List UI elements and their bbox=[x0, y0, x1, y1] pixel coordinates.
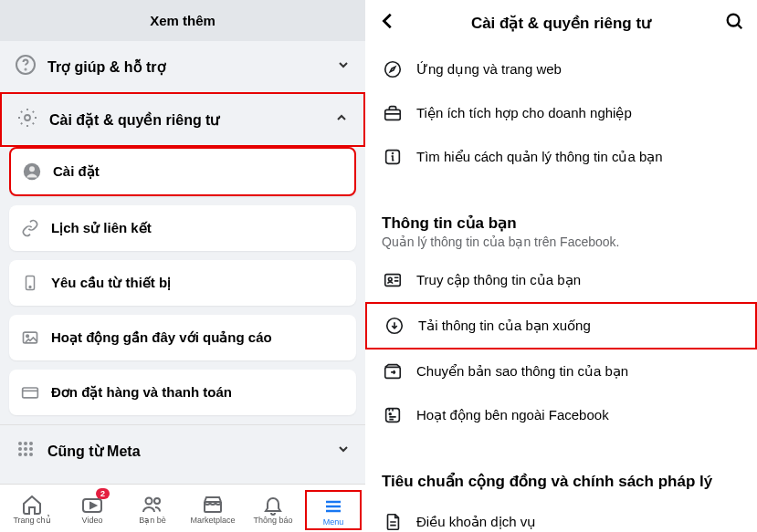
download-info-label: Tải thông tin của bạn xuống bbox=[418, 318, 591, 334]
svg-point-18 bbox=[24, 453, 27, 456]
download-icon bbox=[384, 315, 405, 337]
svg-point-13 bbox=[29, 442, 33, 445]
settings-privacy-label: Cài đặt & quyền riêng tư bbox=[49, 111, 334, 129]
nav-friends[interactable]: Bạn bè bbox=[124, 490, 181, 530]
see-more-button[interactable]: Xem thêm bbox=[0, 0, 365, 41]
svg-point-12 bbox=[24, 442, 27, 445]
settings-label: Cài đặt bbox=[53, 163, 100, 180]
learn-manage-info-label: Tìm hiểu cách quản lý thông tin của bạn bbox=[416, 149, 663, 165]
off-facebook-item[interactable]: Hoạt động bên ngoài Facebook bbox=[365, 393, 757, 437]
access-info-item[interactable]: Truy cập thông tin của bạn bbox=[365, 258, 757, 302]
briefcase-icon bbox=[382, 102, 404, 124]
svg-point-14 bbox=[18, 447, 22, 451]
transfer-info-label: Chuyển bản sao thông tin của bạn bbox=[416, 363, 628, 380]
svg-point-38 bbox=[389, 413, 391, 415]
your-info-subtitle: Quản lý thông tin của bạn trên Facebook. bbox=[382, 235, 741, 249]
svg-point-1 bbox=[26, 69, 26, 70]
help-support-accordion[interactable]: Trợ giúp & hỗ trợ bbox=[0, 41, 365, 92]
apps-websites-item[interactable]: Ứng dụng và trang web bbox=[365, 47, 757, 91]
compass-icon bbox=[382, 58, 404, 80]
nav-menu[interactable]: Menu bbox=[305, 490, 362, 530]
chevron-down-icon bbox=[336, 57, 351, 76]
off-facebook-label: Hoạt động bên ngoài Facebook bbox=[416, 407, 609, 423]
link-icon bbox=[20, 218, 40, 238]
chevron-down-icon bbox=[336, 442, 351, 460]
svg-point-23 bbox=[154, 498, 160, 504]
svg-marker-30 bbox=[390, 67, 395, 72]
svg-point-19 bbox=[29, 453, 33, 456]
terms-label: Điều khoản dịch vụ bbox=[416, 514, 536, 530]
your-info-title: Thông tin của bạn bbox=[382, 214, 741, 233]
help-support-label: Trợ giúp & hỗ trợ bbox=[47, 58, 336, 76]
terms-item[interactable]: Điều khoản dịch vụ bbox=[365, 500, 757, 532]
svg-point-34 bbox=[388, 277, 392, 281]
nav-video-badge: 2 bbox=[96, 488, 110, 499]
business-integrations-label: Tiện ích tích hợp cho doanh nghiệp bbox=[416, 105, 632, 121]
back-button[interactable] bbox=[378, 11, 398, 35]
user-icon bbox=[22, 162, 42, 182]
nav-video[interactable]: 2 Video bbox=[64, 490, 121, 530]
nav-friends-label: Bạn bè bbox=[139, 516, 166, 525]
link-history-label: Lịch sử liên kết bbox=[51, 220, 152, 236]
also-from-meta-label: Cũng từ Meta bbox=[47, 443, 336, 460]
recent-ad-activity-item[interactable]: Hoạt động gần đây với quảng cáo bbox=[9, 315, 356, 360]
svg-point-4 bbox=[29, 166, 35, 172]
also-from-meta-accordion[interactable]: Cũng từ Meta bbox=[0, 424, 365, 476]
nav-notifications[interactable]: Thông báo bbox=[245, 490, 301, 530]
nav-home-label: Trang chủ bbox=[13, 516, 50, 525]
nav-marketplace[interactable]: Marketplace bbox=[184, 490, 241, 530]
svg-rect-31 bbox=[385, 110, 401, 120]
bottom-nav: Trang chủ 2 Video Bạn bè Marketplace Thô… bbox=[0, 484, 365, 532]
help-icon bbox=[15, 54, 37, 79]
transfer-info-item[interactable]: Chuyển bản sao thông tin của bạn bbox=[365, 349, 757, 393]
search-button[interactable] bbox=[724, 11, 744, 35]
chevron-up-icon bbox=[334, 110, 349, 129]
svg-point-6 bbox=[29, 287, 31, 288]
settings-privacy-accordion[interactable]: Cài đặt & quyền riêng tư bbox=[0, 92, 365, 147]
link-history-item[interactable]: Lịch sử liên kết bbox=[9, 205, 356, 251]
learn-manage-info-item[interactable]: Tìm hiểu cách quản lý thông tin của bạn bbox=[365, 135, 757, 179]
svg-point-11 bbox=[18, 442, 22, 445]
id-icon bbox=[382, 269, 404, 291]
transfer-icon bbox=[382, 360, 404, 382]
info-icon bbox=[382, 146, 404, 168]
recent-ad-activity-label: Hoạt động gần đây với quảng cáo bbox=[51, 329, 272, 346]
device-requests-label: Yêu cầu từ thiết bị bbox=[51, 275, 171, 291]
apps-websites-label: Ứng dụng và trang web bbox=[416, 61, 562, 78]
svg-point-17 bbox=[18, 453, 22, 456]
svg-point-2 bbox=[25, 115, 30, 120]
device-icon bbox=[20, 273, 40, 293]
nav-video-label: Video bbox=[82, 516, 103, 525]
svg-line-28 bbox=[738, 25, 742, 29]
nav-notifications-label: Thông báo bbox=[253, 516, 292, 525]
svg-rect-33 bbox=[385, 275, 401, 287]
svg-point-8 bbox=[26, 335, 28, 338]
right-header: Cài đặt & quyền riêng tư bbox=[365, 0, 757, 42]
settings-item[interactable]: Cài đặt bbox=[9, 147, 356, 196]
orders-payments-label: Đơn đặt hàng và thanh toán bbox=[51, 384, 232, 401]
svg-point-16 bbox=[29, 447, 33, 451]
device-requests-item[interactable]: Yêu cầu từ thiết bị bbox=[9, 260, 356, 306]
svg-rect-9 bbox=[23, 388, 38, 398]
document-icon bbox=[382, 511, 404, 532]
orders-payments-item[interactable]: Đơn đặt hàng và thanh toán bbox=[9, 370, 356, 415]
nav-home[interactable]: Trang chủ bbox=[4, 490, 60, 530]
image-icon bbox=[20, 328, 40, 348]
nav-menu-label: Menu bbox=[323, 517, 344, 527]
page-title: Cài đặt & quyền riêng tư bbox=[398, 14, 724, 33]
grid-icon bbox=[15, 438, 37, 464]
activity-icon bbox=[382, 404, 404, 426]
your-info-section: Thông tin của bạn Quản lý thông tin của … bbox=[365, 199, 757, 253]
download-info-item[interactable]: Tải thông tin của bạn xuống bbox=[365, 302, 757, 349]
gear-icon bbox=[16, 107, 38, 132]
svg-point-15 bbox=[24, 447, 27, 451]
standards-section: Tiêu chuẩn cộng đồng và chính sách pháp … bbox=[365, 457, 757, 495]
access-info-label: Truy cập thông tin của bạn bbox=[416, 272, 581, 288]
business-integrations-item[interactable]: Tiện ích tích hợp cho doanh nghiệp bbox=[365, 91, 757, 135]
svg-point-27 bbox=[728, 15, 740, 26]
nav-marketplace-label: Marketplace bbox=[190, 516, 235, 525]
svg-point-22 bbox=[146, 498, 152, 505]
card-icon bbox=[20, 382, 40, 402]
standards-title: Tiêu chuẩn cộng đồng và chính sách pháp … bbox=[382, 472, 741, 491]
svg-point-29 bbox=[385, 62, 401, 78]
